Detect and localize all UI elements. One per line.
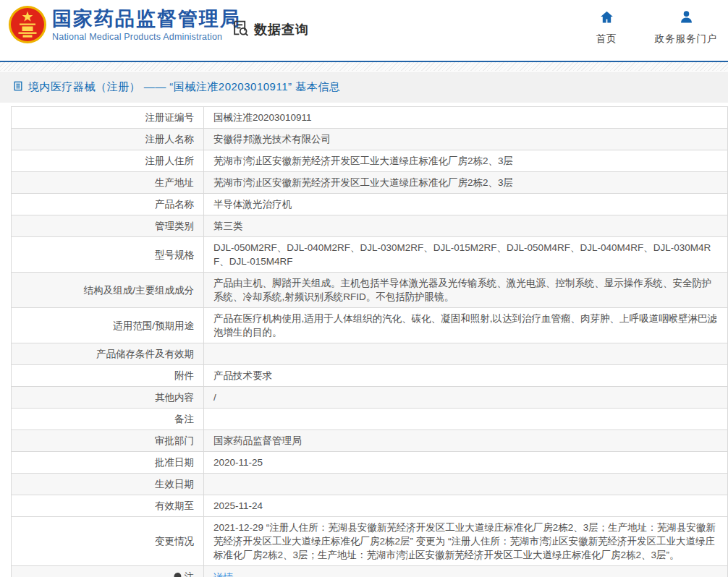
row-value: 半导体激光治疗机: [204, 194, 728, 215]
nav-gov-portal-label[interactable]: 政务服务门户: [655, 33, 718, 46]
nav-home-label[interactable]: 首页: [596, 33, 617, 46]
row-value: [204, 474, 728, 495]
note-icon: [173, 571, 182, 577]
org-name-en: National Medical Products Administration: [52, 32, 241, 42]
row-value: 国家药品监督管理局: [204, 430, 728, 452]
table-row: 管理类别第三类: [12, 215, 728, 237]
org-name-cn: 国家药品监督管理局: [52, 8, 241, 30]
table-row: 有效期至2025-11-24: [12, 495, 728, 517]
table-row: 产品名称半导体激光治疗机: [12, 194, 728, 215]
row-label: 管理类别: [12, 215, 204, 237]
row-value: 产品技术要求: [204, 365, 728, 387]
table-row: 生效日期: [12, 474, 728, 495]
detail-link[interactable]: 详情: [213, 572, 233, 577]
table-row: 型号规格DJL-050M2RF、DJL-040M2RF、DJL-030M2RF、…: [12, 237, 728, 273]
document-icon: [13, 81, 23, 94]
row-value: DJL-050M2RF、DJL-040M2RF、DJL-030M2RF、DJL-…: [204, 237, 728, 273]
row-label: 备注: [12, 409, 204, 430]
org-title-block: 国家药品监督管理局 National Medical Products Admi…: [52, 8, 241, 42]
row-value: 芜湖市湾沚区安徽新芜经济开发区工业大道绿庄标准化厂房2栋2、3层: [204, 150, 728, 172]
row-label: 结构及组成/主要组成成分: [12, 273, 204, 308]
hatch-strip: [0, 62, 728, 71]
row-label: 生效日期: [12, 474, 204, 495]
row-value: /: [204, 387, 728, 409]
document-search-icon: [232, 19, 250, 40]
table-row: 注详情: [12, 566, 728, 577]
row-label: 批准日期: [12, 452, 204, 474]
row-value: 产品由主机、脚踏开关组成。主机包括半导体激光器及光传输系统、激光电源、控制系统、…: [204, 273, 728, 308]
table-row: 注册人名称安徽得邦激光技术有限公司: [12, 129, 728, 150]
table-row: 产品储存条件及有效期: [12, 343, 728, 365]
page-title-bar: 境内医疗器械（注册） —— “国械注准20203010911” 基本信息: [0, 72, 728, 103]
home-icon: [599, 9, 614, 27]
row-label: 产品储存条件及有效期: [12, 343, 204, 365]
data-query-section[interactable]: 数据查询: [232, 19, 309, 40]
site-header: 国家药品监督管理局 National Medical Products Admi…: [0, 0, 728, 61]
row-value: 安徽得邦激光技术有限公司: [204, 129, 728, 150]
row-label: 注: [12, 566, 204, 577]
row-value: 2020-11-25: [204, 452, 728, 474]
row-value: 2025-11-24: [204, 495, 728, 517]
row-value: [204, 343, 728, 365]
table-row: 注册人住所芜湖市湾沚区安徽新芜经济开发区工业大道绿庄标准化厂房2栋2、3层: [12, 150, 728, 172]
row-value: 国械注准20203010911: [204, 107, 728, 129]
row-label: 注册人名称: [12, 129, 204, 150]
table-row: 适用范围/预期用途产品在医疗机构使用,适用于人体组织的汽化、碳化、凝固和照射,以…: [12, 308, 728, 343]
row-label: 适用范围/预期用途: [12, 308, 204, 343]
table-row: 批准日期2020-11-25: [12, 452, 728, 474]
row-value: 芜湖市湾沚区安徽新芜经济开发区工业大道绿庄标准化厂房2栋2、3层: [204, 172, 728, 194]
row-label: 产品名称: [12, 194, 204, 215]
registration-info-table: 注册证编号国械注准20203010911注册人名称安徽得邦激光技术有限公司注册人…: [11, 106, 728, 577]
page-title: 境内医疗器械（注册） —— “国械注准20203010911” 基本信息: [28, 80, 340, 94]
national-emblem-logo: [9, 6, 46, 43]
nav-gov-portal[interactable]: 政务服务门户: [648, 9, 724, 46]
row-label: 注册证编号: [12, 107, 204, 129]
table-row: 备注: [12, 409, 728, 430]
table-row: 审批部门国家药品监督管理局: [12, 430, 728, 452]
data-query-label[interactable]: 数据查询: [254, 21, 309, 38]
row-label: 审批部门: [12, 430, 204, 452]
table-row: 其他内容/: [12, 387, 728, 409]
row-value: 2021-12-29 “注册人住所：芜湖县安徽新芜经济开发区工业大道绿庄标准化厂…: [204, 517, 728, 566]
table-row: 注册证编号国械注准20203010911: [12, 107, 728, 129]
row-label: 有效期至: [12, 495, 204, 517]
info-table-body: 注册证编号国械注准20203010911注册人名称安徽得邦激光技术有限公司注册人…: [12, 107, 728, 577]
row-label: 变更情况: [12, 517, 204, 566]
row-value: [204, 409, 728, 430]
row-label: 生产地址: [12, 172, 204, 194]
row-label: 附件: [12, 365, 204, 387]
user-icon: [679, 9, 694, 27]
table-row: 生产地址芜湖市湾沚区安徽新芜经济开发区工业大道绿庄标准化厂房2栋2、3层: [12, 172, 728, 194]
nav-home[interactable]: 首页: [585, 9, 628, 46]
registration-info-table-wrap: 注册证编号国械注准20203010911注册人名称安徽得邦激光技术有限公司注册人…: [11, 106, 728, 577]
row-value: 第三类: [204, 215, 728, 237]
table-row: 变更情况2021-12-29 “注册人住所：芜湖县安徽新芜经济开发区工业大道绿庄…: [12, 517, 728, 566]
row-label: 其他内容: [12, 387, 204, 409]
row-value: 产品在医疗机构使用,适用于人体组织的汽化、碳化、凝固和照射,以达到治疗血管瘤、肉…: [204, 308, 728, 343]
top-nav: 首页 政务服务门户: [585, 9, 724, 46]
table-row: 结构及组成/主要组成成分产品由主机、脚踏开关组成。主机包括半导体激光器及光传输系…: [12, 273, 728, 308]
row-value: 详情: [204, 566, 728, 577]
row-label: 型号规格: [12, 237, 204, 273]
row-label: 注册人住所: [12, 150, 204, 172]
table-row: 附件产品技术要求: [12, 365, 728, 387]
